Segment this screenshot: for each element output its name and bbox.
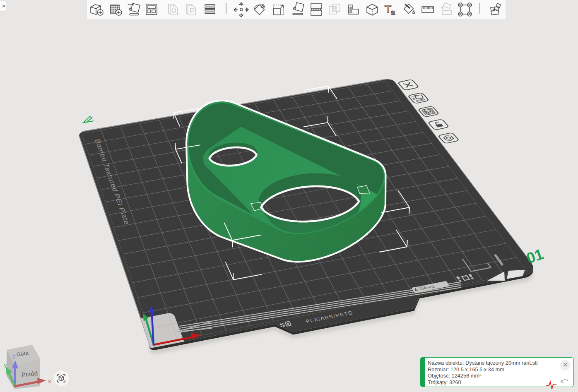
svg-text:y: y	[4, 361, 7, 368]
svg-text:x: x	[48, 378, 51, 385]
svg-text:z: z	[12, 353, 16, 360]
svg-text:T: T	[385, 3, 391, 15]
svg-text:a: a	[391, 8, 395, 17]
